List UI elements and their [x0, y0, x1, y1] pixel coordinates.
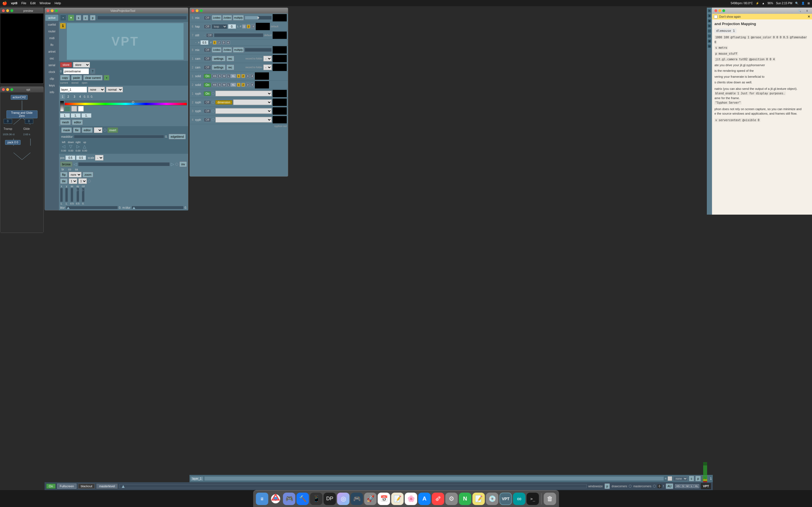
m-2[interactable]: M	[222, 83, 226, 87]
mixer-close[interactable]	[192, 9, 194, 12]
sidebar-item-clip[interactable]: clip	[45, 75, 58, 82]
min-btn[interactable]	[6, 9, 9, 12]
ax-slider[interactable]	[70, 188, 73, 202]
color-swatch-1[interactable]	[64, 106, 70, 112]
sidebar-item-artnet[interactable]: artnet	[45, 48, 58, 55]
cam-rec-1[interactable]: rec	[226, 56, 234, 61]
flip-btn[interactable]: flip	[60, 172, 68, 177]
cam-folder-select-1[interactable]: --	[263, 56, 272, 61]
s-btn[interactable]: s	[76, 15, 81, 20]
blend-left-arrow[interactable]: ◁	[62, 144, 65, 149]
syph-off-3[interactable]: Off	[204, 109, 211, 113]
row-x-6[interactable]	[228, 24, 236, 29]
brcosa-btn[interactable]: brcosa	[60, 161, 72, 167]
num2-solid-2[interactable]: 2	[241, 83, 245, 87]
patch-num-0a[interactable]: 0	[4, 119, 12, 124]
patch-node-actionch2[interactable]: actionCH2	[11, 95, 28, 100]
pos-y-input[interactable]	[76, 156, 86, 160]
pos-x-input[interactable]	[65, 156, 75, 160]
mixer-min[interactable]	[196, 9, 199, 12]
l-2[interactable]: L	[227, 83, 231, 87]
btn-4-7x[interactable]: 4	[226, 41, 230, 45]
rot-slider[interactable]: ▷	[82, 188, 85, 202]
row-multiply-5[interactable]: multiply	[233, 15, 244, 20]
tile-btn[interactable]: tile	[60, 178, 68, 184]
syph-circle-1[interactable]	[212, 92, 214, 95]
syph-circle-4[interactable]	[212, 118, 214, 121]
edit-menu[interactable]: Edit	[30, 1, 36, 5]
blend-normal-select[interactable]: normal	[106, 87, 123, 93]
num1-solid-1[interactable]: 1	[237, 74, 241, 78]
num4-solid-2[interactable]: 4	[250, 83, 254, 87]
flip-select[interactable]: none	[69, 172, 82, 177]
xs-1[interactable]: XS	[212, 74, 217, 78]
num-input-2[interactable]	[71, 113, 81, 118]
num3-solid-2[interactable]: 3	[246, 83, 250, 87]
syph-circle-2[interactable]	[212, 101, 214, 104]
scale-select[interactable]: --	[95, 155, 103, 161]
s-1[interactable]: S	[218, 74, 221, 78]
maskblur-slider[interactable]	[74, 135, 164, 138]
vpt-small-close[interactable]	[2, 88, 5, 91]
brcosa-right-arrow[interactable]: ▷	[171, 162, 174, 167]
brightness-strip[interactable]	[60, 101, 64, 112]
row-2video-5[interactable]: 2video	[222, 15, 232, 20]
file-menu[interactable]: File	[21, 1, 27, 5]
row-off-8[interactable]: Off	[204, 48, 211, 52]
num4-solid-1[interactable]: 4	[250, 74, 254, 78]
solid-on-2[interactable]: On	[204, 83, 211, 87]
syph-off-2[interactable]: Off	[204, 100, 211, 105]
tile-circle[interactable]	[88, 180, 91, 182]
cam-off-2[interactable]: Off	[204, 65, 211, 69]
syph-on-1[interactable]: On	[204, 92, 211, 96]
color-picker[interactable]	[64, 101, 187, 101]
btn-1-6[interactable]: 1	[242, 24, 246, 29]
app-name[interactable]: vpt8	[11, 1, 17, 5]
help-btn[interactable]: ?	[90, 68, 96, 74]
minus-btn[interactable]: -	[60, 15, 66, 21]
btn-3-7x[interactable]: 3	[222, 41, 225, 45]
syph-select-3[interactable]	[215, 108, 272, 114]
plus2-btn[interactable]: +	[104, 75, 109, 80]
sidebar-item-midi[interactable]: midi	[45, 35, 58, 41]
num-input-3[interactable]	[82, 113, 91, 118]
num-input-1[interactable]	[60, 113, 70, 118]
store-btn[interactable]: store	[60, 62, 72, 67]
cam-off-1[interactable]: Off	[204, 57, 211, 61]
brcosa-left-arrow[interactable]: ◁	[73, 162, 77, 167]
vpt-small-min[interactable]	[6, 88, 9, 91]
xs-2[interactable]: XS	[212, 83, 217, 87]
x-slider[interactable]	[60, 188, 63, 202]
blend-right-arrow[interactable]: ▷	[77, 144, 80, 149]
btn-1-7x[interactable]: 1	[213, 41, 216, 45]
max-btn[interactable]	[10, 9, 13, 12]
cam-settings-2[interactable]: settings	[212, 64, 225, 70]
ay-arrow[interactable]: ▷	[77, 189, 79, 191]
apple-menu[interactable]: 🍎	[2, 1, 7, 5]
invert-btn[interactable]: invert	[107, 127, 118, 133]
slider-7[interactable]	[214, 33, 263, 37]
file-btn[interactable]: file	[73, 127, 81, 133]
store-dropdown[interactable]: store	[73, 62, 90, 68]
num2-solid-1[interactable]: 2	[241, 74, 245, 78]
ay-slider[interactable]: ▷	[77, 188, 79, 202]
editor2-btn[interactable]: editor	[82, 127, 93, 133]
sidebar-item-keys[interactable]: keys	[45, 82, 58, 89]
s-2[interactable]: S	[218, 83, 221, 87]
mask-dropdown[interactable]	[94, 127, 102, 133]
m-blur-slider[interactable]	[132, 206, 184, 209]
cam-folder-select-2[interactable]: --	[263, 64, 272, 70]
inv-btn[interactable]: inv	[179, 161, 187, 167]
vpt-small-max[interactable]	[10, 88, 13, 91]
xl-2[interactable]: XL	[231, 83, 236, 87]
rot-arrow[interactable]: ▷	[82, 189, 84, 191]
sidebar-item-serial[interactable]: serial	[45, 62, 58, 68]
color-swatch-3[interactable]	[78, 106, 84, 112]
slider-5[interactable]	[245, 16, 272, 20]
y-slider[interactable]	[65, 188, 68, 202]
row-off-5[interactable]: Off	[204, 16, 211, 20]
row-1video-5[interactable]: 1video	[212, 15, 221, 20]
patch-pack-node[interactable]: pack 0 0	[5, 140, 21, 145]
brcosa-slider[interactable]	[78, 162, 170, 166]
vpt-main-min[interactable]	[51, 9, 54, 12]
